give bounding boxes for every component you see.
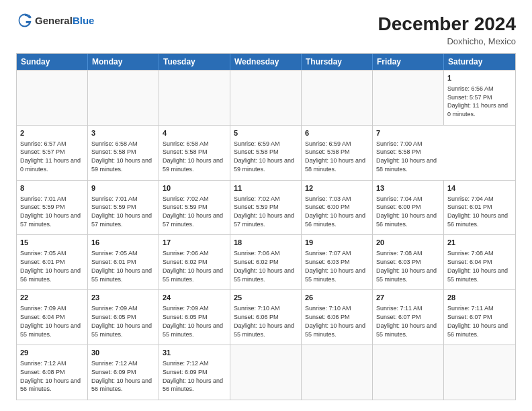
day-number: 31 <box>163 348 226 358</box>
calendar-cell: 7Sunrise: 7:00 AMSunset: 5:58 PMDaylight… <box>373 126 444 180</box>
day-number: 9 <box>91 183 155 193</box>
day-number: 4 <box>163 128 226 138</box>
day-number: 5 <box>234 128 298 138</box>
cell-info: Sunrise: 7:11 AMSunset: 6:07 PMDaylight:… <box>447 305 508 337</box>
calendar-header-cell: Tuesday <box>159 54 230 70</box>
day-number: 6 <box>305 128 369 138</box>
day-number: 25 <box>234 293 298 303</box>
cell-info: Sunrise: 7:02 AMSunset: 5:59 PMDaylight:… <box>234 195 294 228</box>
cell-info: Sunrise: 7:04 AMSunset: 6:00 PMDaylight:… <box>376 195 437 228</box>
logo-icon <box>17 13 32 28</box>
cell-info: Sunrise: 7:08 AMSunset: 6:03 PMDaylight:… <box>376 250 437 282</box>
calendar-cell: 14Sunrise: 7:04 AMSunset: 6:01 PMDayligh… <box>444 181 515 235</box>
calendar-cell: 16Sunrise: 7:05 AMSunset: 6:01 PMDayligh… <box>88 235 159 289</box>
calendar: SundayMondayTuesdayWednesdayThursdayFrid… <box>16 53 516 400</box>
day-number: 13 <box>376 183 440 193</box>
cell-info: Sunrise: 7:09 AMSunset: 6:05 PMDaylight:… <box>91 305 152 337</box>
cell-info: Sunrise: 7:06 AMSunset: 6:02 PMDaylight:… <box>234 250 294 282</box>
calendar-cell <box>159 71 230 125</box>
cell-info: Sunrise: 6:59 AMSunset: 5:58 PMDaylight:… <box>305 140 365 173</box>
calendar-week: 2Sunrise: 6:57 AMSunset: 5:57 PMDaylight… <box>17 125 515 180</box>
cell-info: Sunrise: 7:07 AMSunset: 6:03 PMDaylight:… <box>305 250 365 282</box>
day-number: 21 <box>447 238 512 248</box>
calendar-week: 8Sunrise: 7:01 AMSunset: 5:59 PMDaylight… <box>17 180 515 235</box>
calendar-cell <box>302 71 373 125</box>
calendar-cell: 18Sunrise: 7:06 AMSunset: 6:02 PMDayligh… <box>230 235 302 289</box>
day-number: 19 <box>305 238 369 248</box>
logo: GeneralBlue <box>16 13 94 28</box>
day-number: 10 <box>163 183 226 193</box>
cell-info: Sunrise: 7:10 AMSunset: 6:06 PMDaylight:… <box>305 305 365 337</box>
cell-info: Sunrise: 7:05 AMSunset: 6:01 PMDaylight:… <box>91 250 152 282</box>
calendar-cell: 28Sunrise: 7:11 AMSunset: 6:07 PMDayligh… <box>444 290 515 345</box>
calendar-week: 22Sunrise: 7:09 AMSunset: 6:04 PMDayligh… <box>17 289 515 345</box>
calendar-cell <box>302 345 373 400</box>
calendar-cell: 4Sunrise: 6:58 AMSunset: 5:58 PMDaylight… <box>159 126 230 180</box>
calendar-header-cell: Monday <box>88 54 159 70</box>
calendar-cell: 20Sunrise: 7:08 AMSunset: 6:03 PMDayligh… <box>373 235 444 289</box>
cell-info: Sunrise: 7:04 AMSunset: 6:01 PMDaylight:… <box>447 195 508 228</box>
cell-info: Sunrise: 7:05 AMSunset: 6:01 PMDaylight:… <box>20 250 81 282</box>
calendar-cell: 23Sunrise: 7:09 AMSunset: 6:05 PMDayligh… <box>88 290 159 345</box>
cell-info: Sunrise: 7:08 AMSunset: 6:04 PMDaylight:… <box>447 250 508 282</box>
calendar-cell: 11Sunrise: 7:02 AMSunset: 5:59 PMDayligh… <box>230 181 302 235</box>
calendar-header-cell: Sunday <box>17 54 88 70</box>
calendar-cell <box>444 345 515 400</box>
calendar-cell <box>373 71 444 125</box>
cell-info: Sunrise: 7:00 AMSunset: 5:58 PMDaylight:… <box>376 140 437 173</box>
calendar-cell: 27Sunrise: 7:11 AMSunset: 6:07 PMDayligh… <box>373 290 444 345</box>
calendar-cell: 5Sunrise: 6:59 AMSunset: 5:58 PMDaylight… <box>230 126 302 180</box>
calendar-week: 1Sunrise: 6:56 AMSunset: 5:57 PMDaylight… <box>17 70 515 125</box>
calendar-cell <box>230 345 302 400</box>
calendar-cell: 25Sunrise: 7:10 AMSunset: 6:06 PMDayligh… <box>230 290 302 345</box>
day-number: 15 <box>20 238 84 248</box>
day-number: 26 <box>305 293 369 303</box>
day-number: 23 <box>91 293 155 303</box>
calendar-cell: 17Sunrise: 7:06 AMSunset: 6:02 PMDayligh… <box>159 235 230 289</box>
calendar-cell: 15Sunrise: 7:05 AMSunset: 6:01 PMDayligh… <box>17 235 88 289</box>
day-number: 2 <box>20 128 84 138</box>
calendar-cell: 10Sunrise: 7:02 AMSunset: 5:59 PMDayligh… <box>159 181 230 235</box>
calendar-header-cell: Saturday <box>444 54 515 70</box>
calendar-cell: 30Sunrise: 7:12 AMSunset: 6:09 PMDayligh… <box>88 345 159 400</box>
calendar-cell: 6Sunrise: 6:59 AMSunset: 5:58 PMDaylight… <box>302 126 373 180</box>
cell-info: Sunrise: 7:01 AMSunset: 5:59 PMDaylight:… <box>20 195 81 228</box>
cell-info: Sunrise: 7:09 AMSunset: 6:04 PMDaylight:… <box>20 305 81 337</box>
location: Doxhicho, Mexico <box>378 36 516 46</box>
calendar-week: 15Sunrise: 7:05 AMSunset: 6:01 PMDayligh… <box>17 234 515 289</box>
day-number: 30 <box>91 348 155 358</box>
calendar-cell <box>230 71 302 125</box>
calendar-cell: 1Sunrise: 6:56 AMSunset: 5:57 PMDaylight… <box>444 71 515 125</box>
cell-info: Sunrise: 7:12 AMSunset: 6:09 PMDaylight:… <box>163 360 223 392</box>
calendar-week: 29Sunrise: 7:12 AMSunset: 6:08 PMDayligh… <box>17 345 515 400</box>
logo-general: General <box>35 15 73 26</box>
calendar-cell: 13Sunrise: 7:04 AMSunset: 6:00 PMDayligh… <box>373 181 444 235</box>
day-number: 18 <box>234 238 298 248</box>
calendar-cell <box>88 71 159 125</box>
logo-blue: Blue <box>73 15 95 26</box>
cell-info: Sunrise: 7:10 AMSunset: 6:06 PMDaylight:… <box>234 305 294 337</box>
cell-info: Sunrise: 7:12 AMSunset: 6:09 PMDaylight:… <box>91 360 152 392</box>
day-number: 17 <box>163 238 226 248</box>
cell-info: Sunrise: 6:57 AMSunset: 5:57 PMDaylight:… <box>20 140 81 173</box>
cell-info: Sunrise: 7:03 AMSunset: 6:00 PMDaylight:… <box>305 195 365 228</box>
cell-info: Sunrise: 7:12 AMSunset: 6:08 PMDaylight:… <box>20 360 81 392</box>
calendar-cell: 31Sunrise: 7:12 AMSunset: 6:09 PMDayligh… <box>159 345 230 400</box>
title-block: December 2024 Doxhicho, Mexico <box>378 13 516 46</box>
calendar-cell: 8Sunrise: 7:01 AMSunset: 5:59 PMDaylight… <box>17 181 88 235</box>
day-number: 1 <box>447 73 512 83</box>
cell-info: Sunrise: 6:56 AMSunset: 5:57 PMDaylight:… <box>447 85 508 118</box>
calendar-cell: 29Sunrise: 7:12 AMSunset: 6:08 PMDayligh… <box>17 345 88 400</box>
day-number: 29 <box>20 348 84 358</box>
calendar-cell: 24Sunrise: 7:09 AMSunset: 6:05 PMDayligh… <box>159 290 230 345</box>
calendar-cell: 22Sunrise: 7:09 AMSunset: 6:04 PMDayligh… <box>17 290 88 345</box>
cell-info: Sunrise: 7:11 AMSunset: 6:07 PMDaylight:… <box>376 305 437 337</box>
day-number: 14 <box>447 183 512 193</box>
calendar-body: 1Sunrise: 6:56 AMSunset: 5:57 PMDaylight… <box>17 70 515 400</box>
calendar-cell <box>17 71 88 125</box>
cell-info: Sunrise: 7:01 AMSunset: 5:59 PMDaylight:… <box>91 195 152 228</box>
header: GeneralBlue December 2024 Doxhicho, Mexi… <box>16 13 516 46</box>
month-title: December 2024 <box>378 13 516 35</box>
day-number: 16 <box>91 238 155 248</box>
calendar-cell: 19Sunrise: 7:07 AMSunset: 6:03 PMDayligh… <box>302 235 373 289</box>
